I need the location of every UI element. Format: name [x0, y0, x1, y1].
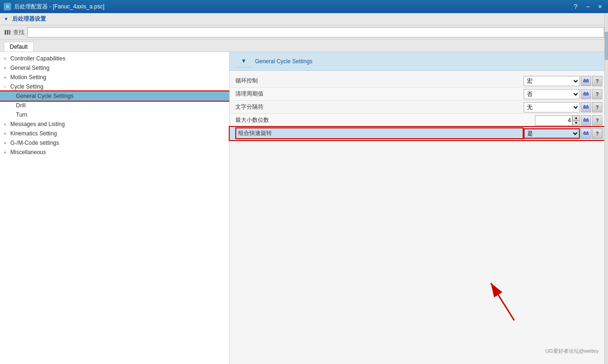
prop-row-clear-period: 清理周期值 否 是 ?: [230, 88, 608, 101]
help-btn-clear-period[interactable]: ?: [592, 89, 602, 99]
svg-rect-1: [7, 30, 8, 35]
controls-clear-period: 否 是 ?: [524, 89, 602, 99]
tree-item-motion[interactable]: + Motion Setting: [0, 73, 229, 82]
svg-rect-14: [587, 118, 588, 119]
scrollbar-thumb[interactable]: [605, 32, 608, 60]
tabs-row: Default: [0, 40, 608, 52]
help-btn-cycle-control[interactable]: ?: [592, 76, 602, 86]
expand-icon: +: [4, 122, 8, 127]
spinner-down-btn[interactable]: ▼: [572, 120, 580, 126]
icon-btn-max-decimals[interactable]: [581, 115, 591, 126]
close-btn[interactable]: ×: [596, 3, 604, 10]
prop-row-max-decimals: 最大小数位数 ▲ ▼: [230, 114, 608, 127]
tree-item-turn[interactable]: Turn: [0, 110, 229, 119]
title-bar-text: 后处理配置器 - [Fanuc_4axis_a.psc]: [14, 3, 105, 11]
svg-rect-9: [583, 106, 589, 109]
svg-rect-15: [583, 132, 589, 135]
controls-text-sep: 无 逗号 空格 ?: [524, 102, 602, 112]
prop-row-combined-rapid: 组合快速旋转 是 否 ?: [230, 127, 608, 140]
search-bar: 查找: [0, 25, 608, 40]
tree-label: Cycle Setting: [10, 83, 44, 90]
icon-btn-combined-rapid[interactable]: [581, 128, 591, 139]
icon-btn-cycle-control[interactable]: [581, 76, 591, 86]
search-input[interactable]: [27, 27, 604, 37]
right-panel: ▼ General Cycle Settings 循环控制 宏 否 是: [230, 52, 608, 364]
tree-item-misc[interactable]: + Miscellaneous: [0, 148, 229, 157]
svg-rect-17: [587, 131, 588, 133]
help-btn-max-decimals[interactable]: ?: [592, 115, 602, 126]
spinner-up-btn[interactable]: ▲: [572, 115, 580, 120]
tree-item-kinematics[interactable]: + Kinematics Setting: [0, 129, 229, 138]
expand-icon: −: [4, 84, 8, 89]
tree-label: G-/M-Code settings: [10, 140, 59, 146]
title-bar: ⚙ 后处理配置器 - [Fanuc_4axis_a.psc] ? − ×: [0, 0, 608, 13]
tree-label: Kinematics Setting: [10, 130, 57, 137]
icon-btn-text-sep[interactable]: [581, 102, 591, 112]
scrollbar-track[interactable]: [604, 13, 608, 364]
tree-label: General Setting: [10, 65, 49, 71]
tree-item-messages[interactable]: + Messages and Listing: [0, 119, 229, 129]
expand-icon: [9, 112, 14, 118]
svg-rect-10: [584, 105, 585, 106]
svg-rect-0: [5, 30, 6, 35]
tree-label: Messages and Listing: [10, 121, 65, 127]
search-label: 查找: [13, 29, 24, 37]
select-text-sep[interactable]: 无 逗号 空格: [524, 102, 580, 112]
svg-rect-7: [584, 92, 585, 93]
controls-max-decimals: ▲ ▼ ?: [535, 115, 602, 126]
app-icon: ⚙: [4, 3, 11, 10]
input-max-decimals[interactable]: [535, 115, 572, 126]
controls-combined-rapid: 是 否 ?: [524, 128, 602, 139]
settings-grid: 循环控制 宏 否 是 ?: [230, 71, 608, 144]
expand-icon: +: [4, 150, 8, 155]
svg-rect-16: [584, 131, 585, 133]
tree-item-controller[interactable]: + Controller Capabilities: [0, 54, 229, 63]
tree-label: Turn: [16, 111, 27, 118]
icon-btn-clear-period[interactable]: [581, 89, 591, 99]
svg-rect-2: [9, 30, 10, 35]
label-clear-period: 清理周期值: [235, 90, 524, 98]
expand-icon: +: [4, 75, 8, 80]
section-collapse-icon[interactable]: ▼: [235, 55, 252, 67]
svg-rect-5: [587, 79, 588, 80]
collapse-icon: ▼: [4, 16, 8, 22]
svg-line-19: [491, 283, 514, 320]
tree-item-drill[interactable]: Drill: [0, 101, 229, 110]
tree-label: Miscellaneous: [10, 149, 46, 156]
select-clear-period[interactable]: 否 是: [524, 89, 580, 99]
help-btn-combined-rapid[interactable]: ?: [592, 128, 602, 139]
section-title: General Cycle Settings: [255, 58, 313, 65]
expand-icon: +: [4, 56, 8, 61]
spinner-max-decimals: ▲ ▼: [535, 115, 580, 126]
tree-label: Motion Setting: [10, 74, 46, 81]
tree-item-cycle[interactable]: − Cycle Setting: [0, 82, 229, 91]
expand-icon: +: [4, 66, 8, 71]
tree-label: General Cycle Settings: [16, 93, 74, 99]
tree-label: Controller Capabilities: [10, 55, 65, 62]
select-combined-rapid[interactable]: 是 否: [524, 128, 580, 139]
label-cycle-control: 循环控制: [235, 77, 524, 85]
help-title-btn[interactable]: ?: [571, 3, 580, 10]
svg-rect-13: [584, 118, 585, 119]
help-btn-text-sep[interactable]: ?: [592, 102, 602, 112]
tab-default[interactable]: Default: [4, 42, 34, 52]
expand-icon: [9, 103, 14, 108]
svg-rect-8: [587, 92, 588, 93]
arrow-annotation: [477, 269, 533, 327]
prop-row-cycle-control: 循环控制 宏 否 是 ?: [230, 74, 608, 88]
section-header: ▼ General Cycle Settings: [230, 52, 608, 71]
svg-rect-4: [584, 79, 585, 80]
toolbar-label[interactable]: 后处理器设置: [12, 15, 46, 23]
prop-row-text-sep: 文字分隔符 无 逗号 空格 ?: [230, 101, 608, 114]
svg-rect-12: [583, 119, 589, 122]
select-cycle-control[interactable]: 宏 否 是: [524, 76, 580, 86]
expand-icon: [9, 94, 14, 99]
tree-item-general-cycle[interactable]: General Cycle Settings: [0, 91, 229, 101]
minimize-btn[interactable]: −: [584, 3, 592, 10]
expand-icon: +: [4, 131, 8, 136]
label-max-decimals: 最大小数位数: [235, 116, 535, 124]
label-combined-rapid: 组合快速旋转: [235, 127, 524, 139]
tree-item-gm-code[interactable]: + G-/M-Code settings: [0, 138, 229, 148]
svg-rect-6: [583, 93, 589, 96]
tree-item-general[interactable]: + General Setting: [0, 63, 229, 73]
